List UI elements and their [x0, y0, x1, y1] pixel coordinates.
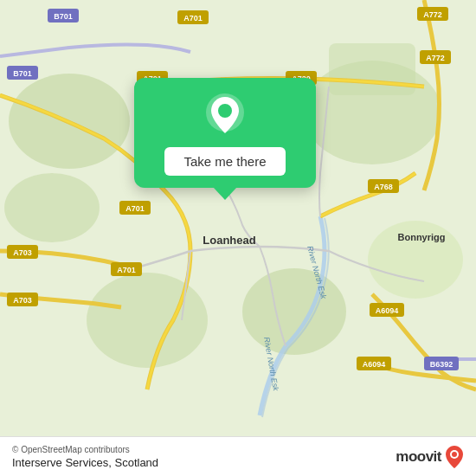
svg-point-45 [452, 452, 457, 457]
bottom-left: © OpenStreetMap contributors Interserve … [12, 445, 158, 469]
svg-text:A772: A772 [423, 10, 442, 19]
svg-text:B701: B701 [54, 12, 73, 21]
location-name: Interserve Services, Scotland [12, 456, 158, 469]
svg-point-43 [218, 104, 232, 118]
osm-credit: © OpenStreetMap contributors [12, 445, 158, 454]
map-container: B701 A701 B701 A701 A720 A772 A772 A768 … [0, 0, 476, 476]
svg-point-2 [4, 173, 100, 242]
svg-text:A703: A703 [13, 296, 32, 305]
popup-card: Take me there [134, 78, 316, 188]
moovit-text: moovit [396, 448, 441, 466]
svg-rect-7 [329, 43, 415, 95]
svg-text:A703: A703 [13, 248, 32, 257]
moovit-logo: moovit [396, 445, 464, 469]
svg-text:Bonnyrigg: Bonnyrigg [398, 232, 446, 242]
svg-text:A6094: A6094 [363, 360, 386, 369]
svg-text:A701: A701 [183, 14, 203, 23]
svg-text:A6094: A6094 [376, 306, 399, 315]
svg-text:A701: A701 [125, 204, 145, 213]
svg-text:B701: B701 [13, 69, 32, 78]
moovit-pin-icon [445, 445, 464, 469]
svg-text:B6392: B6392 [430, 360, 453, 369]
svg-text:A768: A768 [374, 183, 393, 191]
svg-text:A772: A772 [426, 54, 445, 62]
bottom-bar: © OpenStreetMap contributors Interserve … [0, 436, 476, 476]
svg-text:Loanhead: Loanhead [203, 234, 255, 247]
take-me-there-button[interactable]: Take me there [164, 147, 285, 176]
map-pin-icon [203, 93, 248, 138]
svg-text:A701: A701 [117, 266, 136, 274]
svg-point-5 [87, 273, 208, 368]
map-svg: B701 A701 B701 A701 A720 A772 A772 A768 … [0, 0, 476, 476]
